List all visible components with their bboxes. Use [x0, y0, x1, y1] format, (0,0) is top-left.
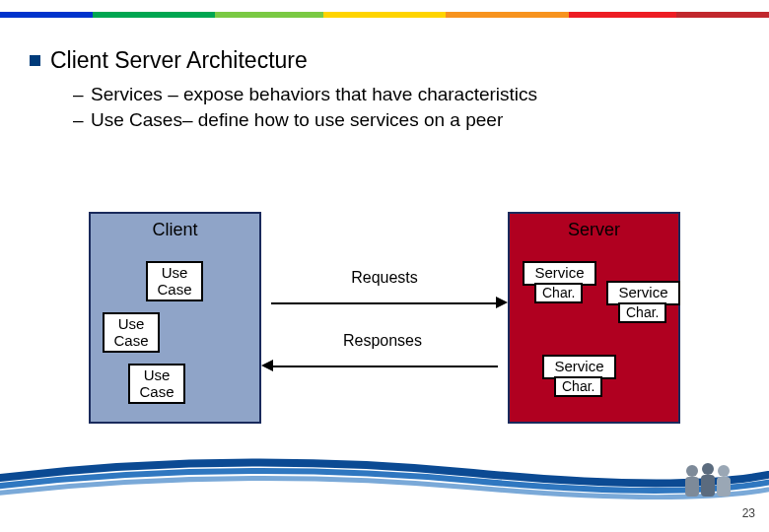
sub-bullet-text: Services – expose behaviors that have ch… [91, 84, 537, 104]
slide-body: Client Server Architecture –Services – e… [30, 47, 720, 132]
requests-label: Requests [325, 269, 444, 287]
page-number: 23 [742, 506, 755, 520]
sub-bullet-item: –Use Cases– define how to use services o… [73, 107, 720, 133]
arrowhead-right-icon [496, 297, 508, 308]
svg-rect-3 [701, 475, 715, 497]
server-box-title: Server [510, 220, 678, 240]
rainbow-divider [0, 12, 769, 18]
characteristic-badge: Char. [554, 376, 602, 397]
characteristic-badge: Char. [618, 302, 666, 323]
characteristic-badge: Char. [534, 283, 583, 303]
svg-rect-5 [717, 477, 731, 497]
request-arrow [271, 302, 498, 304]
arrowhead-left-icon [261, 360, 273, 371]
sub-bullet-item: –Services – expose behaviors that have c… [73, 82, 720, 107]
svg-rect-1 [685, 477, 699, 497]
service-box: Service [523, 261, 596, 286]
people-icon [680, 461, 735, 502]
swoosh-graphic [0, 443, 769, 502]
architecture-diagram: Client Server Use Case Use Case Use Case… [89, 212, 680, 438]
square-bullet-icon [30, 55, 40, 66]
service-box: Service [606, 281, 680, 305]
use-case-box: Use Case [146, 261, 203, 301]
response-arrow [271, 366, 498, 367]
svg-point-2 [702, 463, 714, 475]
use-case-box: Use Case [128, 364, 185, 404]
svg-point-4 [718, 465, 730, 477]
sub-bullet-text: Use Cases– define how to use services on… [91, 109, 503, 130]
heading-row: Client Server Architecture [30, 47, 720, 74]
svg-point-0 [686, 465, 698, 477]
responses-label: Responses [323, 332, 442, 350]
sub-bullet-list: –Services – expose behaviors that have c… [73, 82, 720, 132]
client-box-title: Client [91, 220, 259, 240]
service-box: Service [542, 355, 616, 379]
use-case-box: Use Case [103, 312, 160, 353]
slide-heading: Client Server Architecture [50, 47, 308, 74]
